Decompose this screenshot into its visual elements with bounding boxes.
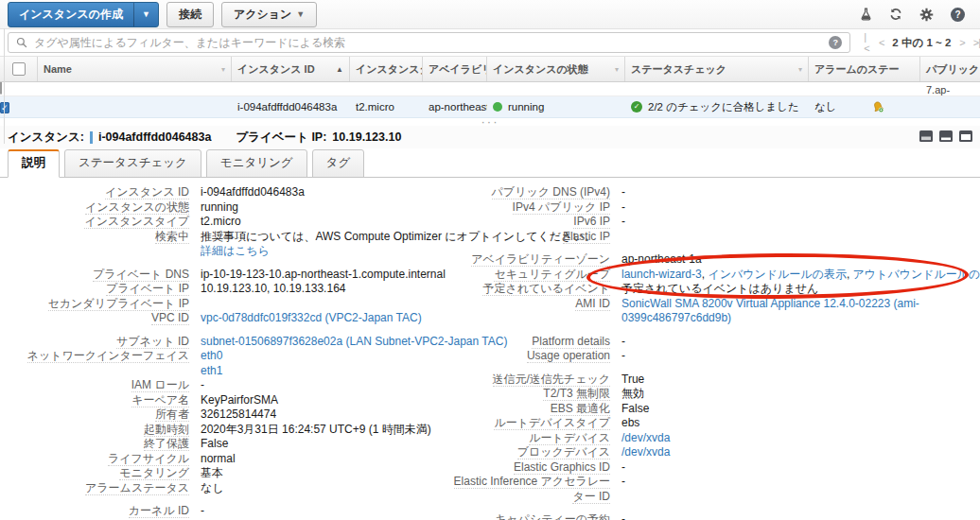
pane-maximize-icon[interactable] [959, 130, 972, 145]
column-header-availability-zone[interactable]: アベイラビリティー▾ [423, 57, 487, 81]
connect-label: 接続 [179, 7, 201, 23]
pane-resize-handle[interactable]: ··· [0, 118, 980, 126]
detail-row: プライベート DNSip-10-19-123-10.ap-northeast-1… [0, 268, 452, 283]
detail-link[interactable]: /dev/xvda [621, 431, 670, 444]
pane-bottom-strip-icon[interactable] [939, 130, 953, 145]
column-header-select[interactable] [0, 57, 38, 81]
last-page-button[interactable]: >| [973, 37, 980, 48]
detail-label: VPC ID [0, 311, 189, 326]
detail-value: ebs [610, 416, 639, 431]
detail-row: Usage operation- [452, 349, 980, 364]
detail-value: 基本 [189, 466, 223, 481]
experiment-icon[interactable] [860, 8, 872, 21]
chevron-down-icon[interactable]: ▼ [133, 3, 158, 26]
detail-value: 無効 [610, 387, 644, 402]
detail-value: - [610, 335, 625, 350]
row-checkbox[interactable] [0, 82, 2, 95]
pane-left-edge [4, 28, 5, 144]
tab-モニタリング[interactable]: モニタリング [206, 149, 307, 178]
first-page-button[interactable]: |< [864, 31, 870, 54]
detail-row: モニタリング基本 [0, 466, 452, 481]
detail-text: - [201, 504, 204, 517]
tab-ステータスチェック[interactable]: ステータスチェック [64, 149, 201, 178]
search-placeholder: タグや属性によるフィルター、またはキーワードによる検索 [34, 35, 822, 51]
detail-row: キーペア名KeyPairforSMA [0, 393, 452, 408]
detail-link[interactable]: アウトバウンドルールの表示 [853, 268, 980, 281]
help-icon[interactable]: ? [951, 8, 965, 22]
detail-link[interactable]: launch-wizard-3 [621, 268, 702, 281]
detail-value: - [189, 504, 204, 519]
detail-link[interactable]: /dev/xvda [621, 445, 670, 459]
column-header-instance-id[interactable]: インスタンス ID▲ [232, 57, 350, 81]
column-header-instance-type[interactable]: インスタンスタ▾ [350, 57, 423, 81]
detail-text: - [621, 349, 625, 362]
detail-value: - [610, 349, 625, 364]
detail-row: ルートデバイス/dev/xvda [452, 431, 980, 446]
detail-text: False [201, 437, 228, 450]
detail-label: アラームステータス [0, 481, 189, 496]
detail-row: Elastic IP [452, 230, 980, 245]
column-header-instance-state[interactable]: インスタンスの状態▾ [487, 57, 625, 81]
detail-text: なし [201, 481, 224, 494]
column-label: Name [44, 63, 72, 75]
detail-row: Elastic Inference アクセラレーター ID- [452, 475, 980, 504]
detail-label: Elastic Graphics ID [452, 460, 610, 476]
detail-row: アベイラビリティーゾーンap-northeast-1a [452, 252, 980, 268]
detail-label: セカンダリプライベート IP [0, 297, 189, 312]
detail-link[interactable]: インバウンドルールの表示 [708, 268, 847, 281]
cell-alarm-status: なし [809, 100, 920, 114]
detail-row: インスタンスタイプt2.micro [0, 215, 452, 230]
detail-row: ライフサイクルnormal [0, 452, 452, 467]
private-ip-value: 10.19.123.10 [332, 130, 401, 144]
settings-gear-icon[interactable] [919, 8, 934, 22]
column-header-public-dns[interactable]: パブリック DNS (IP [920, 57, 980, 81]
sort-menu-icon: ▾ [795, 65, 802, 74]
tab-説明[interactable]: 説明 [8, 149, 60, 178]
select-all-checkbox[interactable] [12, 62, 26, 76]
prev-page-button[interactable]: < [879, 37, 884, 48]
detail-link[interactable]: eth0 [201, 349, 222, 362]
detail-link[interactable]: SonicWall SMA 8200v Virtual Appliance 12… [621, 297, 919, 325]
launch-instance-label[interactable]: インスタンスの作成 [9, 3, 133, 26]
next-page-button[interactable]: > [959, 37, 964, 48]
pane-bottom-half-icon[interactable] [919, 130, 933, 145]
detail-row: VPC IDvpc-0d78ddfc019f332cd (VPC2-Japan … [0, 311, 452, 326]
tab-タグ[interactable]: タグ [312, 149, 365, 178]
refresh-icon[interactable] [889, 8, 902, 21]
search-help-icon[interactable]: ? [829, 36, 842, 49]
detail-row: IPv6 IP- [452, 215, 980, 230]
detail-text: normal [201, 452, 236, 465]
detail-value: - [610, 200, 625, 216]
detail-value: vpc-0d78ddfc019f332cd (VPC2-Japan TAC) [189, 311, 422, 326]
detail-link[interactable]: vpc-0d78ddfc019f332cd (VPC2-Japan TAC) [201, 311, 422, 324]
detail-value: t2.micro [189, 215, 241, 230]
detail-label: AMI ID [452, 297, 610, 326]
create-alarm-bell-icon[interactable] [872, 101, 884, 113]
actions-button[interactable]: アクション ▼ [221, 2, 317, 27]
connect-button[interactable]: 接続 [166, 2, 214, 27]
detail-row: IPv4 パブリック IP- [452, 200, 980, 216]
detail-value: 326125814474 [189, 407, 276, 423]
launch-instance-button[interactable]: インスタンスの作成 ▼ [8, 2, 159, 27]
detail-link[interactable]: 詳細はこちら [201, 244, 270, 257]
column-header-alarm-status[interactable]: アラームのステー [809, 57, 920, 81]
detail-text: t2.micro [201, 215, 241, 228]
table-row-partial[interactable]: 7.ap- [0, 82, 980, 96]
detail-row: T2/T3 無制限無効 [452, 387, 980, 402]
detail-text: 2020年3月31日 16:24:57 UTC+9 (1 時間未満) [201, 423, 431, 436]
detail-label: ルートデバイスタイプ [452, 416, 610, 431]
detail-row: セカンダリプライベート IP [0, 297, 452, 312]
detail-link[interactable]: eth1 [201, 364, 222, 377]
cell-availability-zone: ap-northeast-1a [423, 101, 487, 113]
detail-text: - [201, 378, 204, 391]
detail-text: 無効 [621, 387, 644, 400]
column-header-status-checks[interactable]: ステータスチェック▾ [625, 57, 809, 81]
detail-text: 予定されているイベントはありません [621, 282, 818, 295]
column-header-name[interactable]: Name▾ [38, 57, 232, 81]
detail-label: EBS 最適化 [452, 402, 610, 417]
cell-instance-state: running [487, 101, 625, 113]
search-input[interactable]: タグや属性によるフィルター、またはキーワードによる検索 ? [8, 32, 850, 53]
detail-value: - [610, 512, 625, 520]
sort-asc-icon: ▲ [332, 65, 343, 74]
detail-text: KeyPairforSMA [201, 393, 278, 407]
